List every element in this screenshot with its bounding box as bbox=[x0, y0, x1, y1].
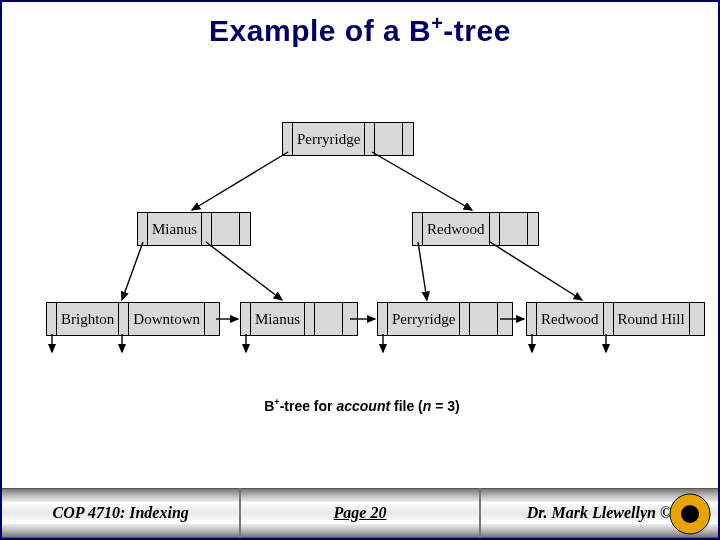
internal1-key2 bbox=[500, 213, 528, 245]
caption: B+-tree for account file (n = 3) bbox=[2, 397, 720, 414]
footer-left: COP 4710: Indexing bbox=[2, 488, 239, 538]
ptr bbox=[403, 123, 413, 155]
ptr bbox=[604, 303, 614, 335]
leaf1-key2 bbox=[315, 303, 343, 335]
seq-ptr bbox=[690, 303, 704, 335]
internal1-key1: Redwood bbox=[423, 213, 490, 245]
ptr bbox=[528, 213, 538, 245]
leaf-node-3: Redwood Round Hill bbox=[526, 302, 705, 336]
leaf-node-0: Brighton Downtown bbox=[46, 302, 220, 336]
leaf1-key1: Mianus bbox=[251, 303, 305, 335]
ptr bbox=[283, 123, 293, 155]
title-post: -tree bbox=[443, 14, 511, 47]
leaf0-key2: Downtown bbox=[129, 303, 205, 335]
ptr bbox=[305, 303, 315, 335]
ucf-logo-icon bbox=[668, 492, 712, 536]
footer-center-text: Page 20 bbox=[334, 504, 387, 522]
svg-point-16 bbox=[681, 505, 699, 523]
ptr bbox=[240, 213, 250, 245]
internal-node-1: Redwood bbox=[412, 212, 539, 246]
svg-line-4 bbox=[418, 242, 427, 300]
ptr bbox=[202, 213, 212, 245]
internal0-key1: Mianus bbox=[148, 213, 202, 245]
ptr bbox=[119, 303, 129, 335]
slide: Example of a B+-tree Perryridge Mianus R… bbox=[0, 0, 720, 540]
svg-line-5 bbox=[490, 242, 582, 300]
root-key1: Perryridge bbox=[293, 123, 365, 155]
footer-left-text: COP 4710: Indexing bbox=[53, 504, 189, 522]
leaf-node-1: Mianus bbox=[240, 302, 358, 336]
internal0-key2 bbox=[212, 213, 240, 245]
seq-ptr bbox=[205, 303, 219, 335]
ptr bbox=[413, 213, 423, 245]
leaf2-key2 bbox=[470, 303, 498, 335]
ptr bbox=[47, 303, 57, 335]
footer: COP 4710: Indexing Page 20 Dr. Mark Llew… bbox=[2, 488, 718, 538]
caption-mid: -tree for bbox=[280, 398, 337, 414]
ptr bbox=[241, 303, 251, 335]
caption-em: account bbox=[336, 398, 390, 414]
leaf2-key1: Perryridge bbox=[388, 303, 460, 335]
slide-title: Example of a B+-tree bbox=[2, 2, 718, 48]
caption-post1: file ( bbox=[390, 398, 423, 414]
leaf3-key1: Redwood bbox=[537, 303, 604, 335]
seq-ptr bbox=[343, 303, 357, 335]
ptr bbox=[138, 213, 148, 245]
title-sup: + bbox=[431, 12, 443, 34]
ptr bbox=[378, 303, 388, 335]
footer-right-text: Dr. Mark Llewellyn © bbox=[527, 504, 672, 522]
ptr bbox=[490, 213, 500, 245]
root-key2 bbox=[375, 123, 403, 155]
leaf3-key2: Round Hill bbox=[614, 303, 690, 335]
internal-node-0: Mianus bbox=[137, 212, 251, 246]
svg-line-0 bbox=[192, 152, 288, 210]
ptr bbox=[460, 303, 470, 335]
root-node: Perryridge bbox=[282, 122, 414, 156]
svg-line-3 bbox=[206, 242, 282, 300]
svg-line-1 bbox=[372, 152, 472, 210]
caption-post2: = 3) bbox=[431, 398, 459, 414]
leaf0-key1: Brighton bbox=[57, 303, 119, 335]
svg-line-2 bbox=[122, 242, 143, 300]
ptr bbox=[365, 123, 375, 155]
seq-ptr bbox=[498, 303, 512, 335]
leaf-node-2: Perryridge bbox=[377, 302, 513, 336]
footer-center: Page 20 bbox=[241, 488, 478, 538]
ptr bbox=[527, 303, 537, 335]
title-pre: Example of a B bbox=[209, 14, 431, 47]
caption-pre: B bbox=[264, 398, 274, 414]
btree-diagram: Perryridge Mianus Redwood Brighton Downt… bbox=[2, 102, 720, 382]
